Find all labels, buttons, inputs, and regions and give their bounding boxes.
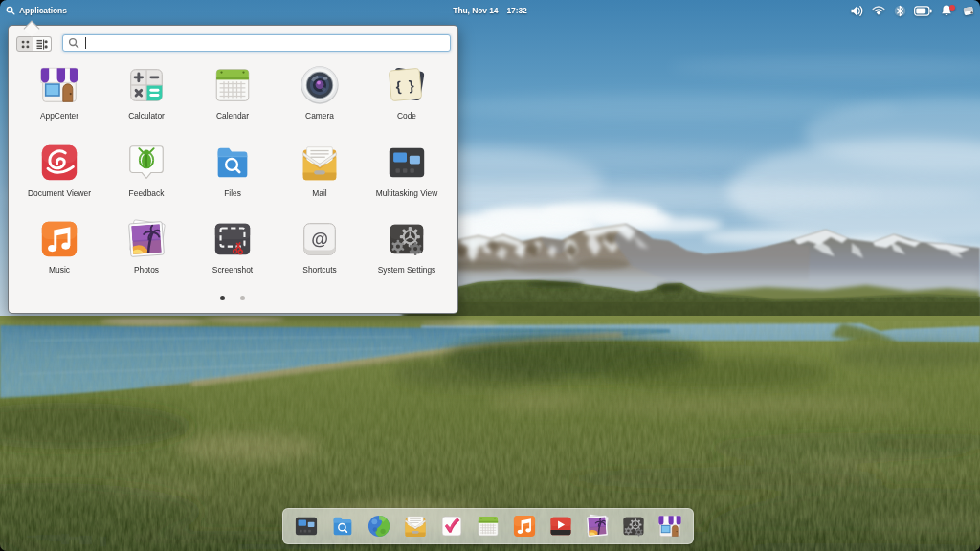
svg-text:@: @ [311, 230, 328, 249]
